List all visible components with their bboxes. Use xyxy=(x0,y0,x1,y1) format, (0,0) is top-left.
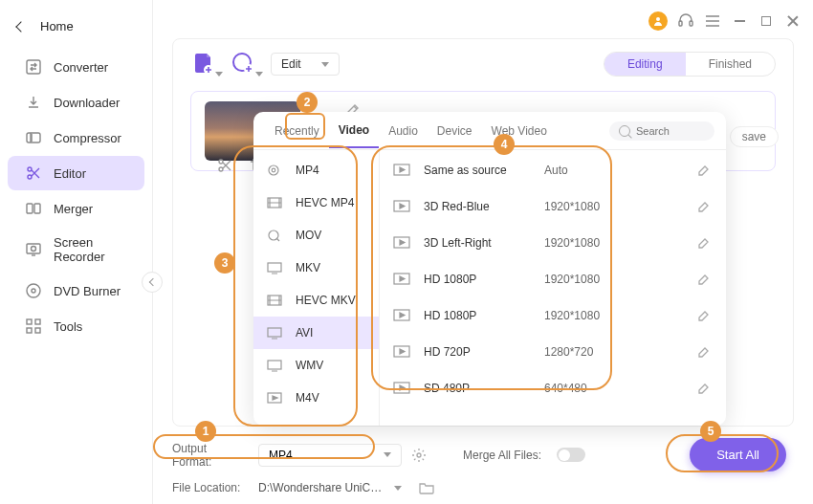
screen-icon xyxy=(267,326,284,340)
format-avi[interactable]: AVI xyxy=(253,317,379,349)
preset-row[interactable]: HD 720P1280*720 xyxy=(385,334,720,370)
preset-row[interactable]: SD 480P640*480 xyxy=(385,370,720,406)
dvd-icon xyxy=(25,282,42,299)
edit-preset-icon[interactable] xyxy=(695,343,713,361)
save-button[interactable]: save xyxy=(730,126,779,147)
output-format-dropdown[interactable]: MP4 xyxy=(258,444,402,467)
edit-preset-icon[interactable] xyxy=(695,380,713,397)
sidebar-item-compressor[interactable]: Compressor xyxy=(8,121,144,155)
file-location-dropdown[interactable]: D:\Wondershare UniConverter 1 xyxy=(258,481,402,494)
gear-icon[interactable] xyxy=(411,448,427,463)
avatar[interactable] xyxy=(648,11,668,31)
sidebar-item-label: Compressor xyxy=(54,131,121,145)
download-icon xyxy=(25,94,42,111)
svg-rect-12 xyxy=(27,328,32,333)
caret-down-icon xyxy=(321,62,329,67)
seg-editing[interactable]: Editing xyxy=(604,53,686,76)
sidebar-item-downloader[interactable]: Downloader xyxy=(8,85,144,120)
edit-preset-icon[interactable] xyxy=(695,271,713,288)
quicktime-icon xyxy=(267,229,284,242)
format-hevc-mkv[interactable]: HEVC MKV xyxy=(253,284,379,317)
format-wmv[interactable]: WMV xyxy=(253,349,379,382)
format-list: MP4 HEVC MP4 MOV MKV HEVC MKV AVI WMV M4… xyxy=(253,150,380,426)
preset-list: Same as sourceAuto 3D Red-Blue1920*1080 … xyxy=(380,150,726,426)
sidebar-item-merger[interactable]: Merger xyxy=(8,191,144,226)
headset-icon[interactable] xyxy=(677,12,694,30)
tab-device[interactable]: Device xyxy=(428,115,482,147)
tab-recently[interactable]: Recently xyxy=(265,115,329,147)
toolbar: Edit Editing Finished xyxy=(190,51,776,77)
window-controls xyxy=(648,11,802,31)
scissors-icon xyxy=(25,164,42,182)
window-maximize-button[interactable] xyxy=(758,12,775,30)
svg-point-9 xyxy=(32,289,35,293)
tab-video[interactable]: Video xyxy=(329,114,379,148)
caret-down-icon xyxy=(394,486,402,491)
format-mov[interactable]: MOV xyxy=(253,219,379,252)
sidebar-home[interactable]: Home xyxy=(0,8,152,49)
svg-point-23 xyxy=(272,168,275,172)
svg-point-22 xyxy=(269,165,278,175)
svg-point-14 xyxy=(656,17,660,21)
sidebar-item-dvd-burner[interactable]: DVD Burner xyxy=(8,274,144,308)
play-rect-icon xyxy=(393,345,412,359)
preset-row[interactable]: 3D Red-Blue1920*1080 xyxy=(385,188,720,225)
sidebar-item-label: Converter xyxy=(54,60,108,75)
seg-finished[interactable]: Finished xyxy=(686,53,775,76)
format-mkv[interactable]: MKV xyxy=(253,252,379,284)
svg-rect-28 xyxy=(268,328,281,337)
format-search[interactable] xyxy=(609,121,714,141)
edit-preset-icon[interactable] xyxy=(695,307,713,324)
edit-preset-icon[interactable] xyxy=(695,198,713,215)
sidebar-item-editor[interactable]: Editor xyxy=(8,156,144,190)
film-icon xyxy=(267,294,284,307)
search-input[interactable] xyxy=(636,125,705,137)
svg-rect-11 xyxy=(35,319,40,324)
screen-icon xyxy=(267,261,284,274)
sidebar-item-screen-recorder[interactable]: Screen Recorder xyxy=(8,227,144,273)
window-close-button[interactable] xyxy=(784,12,802,30)
window-minimize-button[interactable] xyxy=(731,12,748,30)
edit-mode-dropdown[interactable]: Edit xyxy=(271,53,340,76)
format-mp4[interactable]: MP4 xyxy=(253,154,379,186)
merge-label: Merge All Files: xyxy=(463,449,541,462)
preset-row[interactable]: HD 1080P1920*1080 xyxy=(385,297,720,334)
svg-point-21 xyxy=(219,167,223,171)
svg-rect-10 xyxy=(27,319,32,324)
start-all-button[interactable]: Start All xyxy=(690,438,786,471)
svg-point-38 xyxy=(417,453,421,457)
svg-rect-29 xyxy=(268,361,281,369)
preset-row[interactable]: 3D Left-Right1920*1080 xyxy=(385,225,720,261)
disc-icon xyxy=(267,164,284,177)
preset-row[interactable]: HD 1080P1920*1080 xyxy=(385,261,720,297)
preset-row[interactable]: Same as sourceAuto xyxy=(385,152,720,188)
format-hevc-mp4[interactable]: HEVC MP4 xyxy=(253,186,379,219)
folder-icon[interactable] xyxy=(419,481,434,494)
sidebar-item-tools[interactable]: Tools xyxy=(8,309,144,343)
edit-preset-icon[interactable] xyxy=(695,162,713,179)
svg-rect-5 xyxy=(34,204,40,213)
merge-icon xyxy=(25,200,42,217)
svg-rect-6 xyxy=(27,244,40,253)
play-rect-icon xyxy=(393,382,412,395)
sidebar-home-label: Home xyxy=(40,19,74,33)
scissors-tool-icon[interactable] xyxy=(216,157,233,174)
add-folder-button[interactable] xyxy=(231,51,257,77)
output-format-label: Output Format: xyxy=(172,442,249,469)
edit-preset-icon[interactable] xyxy=(695,234,713,252)
segment-control: Editing Finished xyxy=(604,52,776,77)
svg-rect-0 xyxy=(27,60,40,74)
main-area: Edit Editing Finished save Recently xyxy=(153,0,813,504)
add-file-button[interactable] xyxy=(190,51,217,77)
file-location-value: D:\Wondershare UniConverter 1 xyxy=(258,481,383,494)
tab-web-video[interactable]: Web Video xyxy=(482,115,557,147)
merge-toggle[interactable] xyxy=(557,448,585,462)
search-icon xyxy=(619,125,630,137)
menu-icon[interactable] xyxy=(704,12,721,30)
film-icon xyxy=(267,196,284,209)
tab-audio[interactable]: Audio xyxy=(379,115,428,147)
sidebar-item-label: Screen Recorder xyxy=(54,235,127,264)
sidebar-item-label: Tools xyxy=(54,319,82,334)
sidebar-item-converter[interactable]: Converter xyxy=(8,50,144,84)
format-m4v[interactable]: M4V xyxy=(253,382,379,414)
